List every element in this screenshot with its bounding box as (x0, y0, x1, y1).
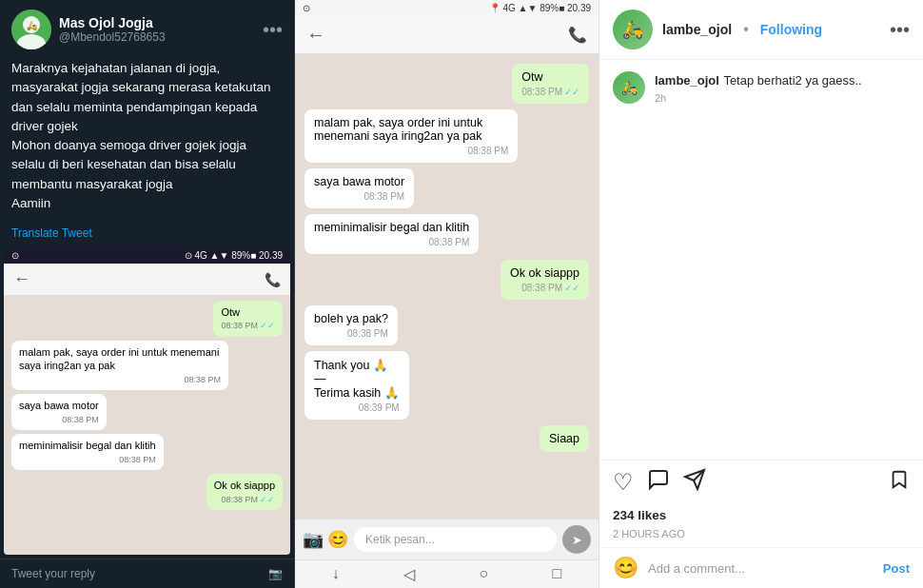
nav-recents-icon[interactable]: □ (553, 565, 562, 583)
message-text: Thank you 🙏—Terima kasih 🙏 (314, 359, 400, 400)
comment-text: Tetap berhati2 ya gaess.. (723, 73, 861, 88)
phone-call-icon[interactable]: 📞 (568, 26, 587, 44)
status-right: 📍 4G ▲▼ 89%■ 20.39 (489, 3, 591, 13)
message-bubble: Siaap (540, 425, 589, 452)
twitter-panel: 🛵 Mas Ojol Jogja @Mbendol52768653 ••• Ma… (0, 0, 295, 588)
message-time: 08:38 PM (314, 328, 388, 339)
message-text: Otw (521, 70, 542, 84)
camera-icon: 📷 (268, 567, 283, 580)
message-time: 08:38 PM (19, 375, 221, 386)
tweet-reply-area[interactable]: Tweet your reply 📷 (0, 559, 294, 588)
message-text: malam pak, saya order ini untuk menemani… (19, 346, 219, 371)
message-text: Ok ok siappp (214, 480, 275, 491)
status-carrier: ⊙ (303, 3, 310, 13)
tweet-user-info: Mas Ojol Jogja @Mbendol52768653 (59, 15, 255, 44)
chat-messages: Otw 08:38 PM ✓✓ malam pak, saya order in… (295, 54, 599, 519)
add-comment-bar[interactable]: 😊 Add a comment... Post (599, 547, 923, 588)
message-time: 08:38 PM (314, 146, 508, 156)
like-icon[interactable]: ♡ (613, 469, 634, 496)
phone-chat-body: Otw 08:38 PM ✓✓ malam pak, saya order in… (4, 295, 290, 555)
camera-icon[interactable]: 📷 (303, 529, 324, 550)
nav-down-icon[interactable]: ↓ (332, 565, 340, 583)
bottom-nav: ↓ ◁ ○ □ (295, 559, 599, 588)
reply-placeholder: Tweet your reply (11, 567, 95, 580)
message-input[interactable]: Ketik pesan... (354, 527, 557, 552)
message-bubble: saya bawa motor 08:38 PM (11, 394, 107, 430)
following-button[interactable]: Following (760, 22, 822, 37)
phone-screenshot: ⊙ ⊙ 4G ▲▼ 89%■ 20.39 ← 📞 Otw 08:38 PM ✓✓… (4, 247, 290, 555)
message-bubble: Ok ok siappp 08:38 PM ✓✓ (501, 260, 589, 300)
message-bubble: Otw 08:38 PM ✓✓ (512, 64, 589, 104)
translate-tweet-link[interactable]: Translate Tweet (0, 223, 294, 247)
commenter-username[interactable]: lambe_ojol (655, 73, 719, 88)
more-options-icon[interactable]: ••• (890, 19, 910, 41)
phone-status-bar: ⊙ ⊙ 4G ▲▼ 89%■ 20.39 (4, 247, 290, 264)
dot-separator: • (743, 21, 749, 38)
message-time: 08:38 PM (314, 191, 404, 202)
message-time: 08:38 PM (19, 455, 156, 466)
message-time: 08:38 PM ✓✓ (214, 495, 275, 506)
nav-home-icon[interactable]: ○ (480, 565, 489, 583)
message-time: 08:39 PM (314, 402, 400, 413)
tweet-handle: @Mbendol52768653 (59, 30, 255, 44)
commenter-avatar: 🛵 (613, 71, 645, 104)
message-text: meminimalisir begal dan klitih (314, 221, 469, 234)
tweet-text: Maraknya kejahatan jalanan di jogja, mas… (11, 61, 270, 210)
comment-icon[interactable] (647, 468, 670, 497)
message-bubble: malam pak, saya order ini untuk menemani… (11, 341, 228, 390)
avatar-image: 🛵 (613, 10, 653, 49)
comment-body: lambe_ojol Tetap berhati2 ya gaess.. 2h (655, 71, 910, 104)
message-text: Siaap (549, 432, 579, 445)
message-bubble: Otw 08:38 PM ✓✓ (213, 301, 283, 337)
chat-panel: ⊙ 📍 4G ▲▼ 89%■ 20.39 ← 📞 Otw 08:38 PM ✓✓… (295, 0, 599, 588)
emoji-icon[interactable]: 😊 (613, 556, 638, 580)
post-timestamp: 2 HOURS AGO (599, 526, 923, 547)
share-icon[interactable] (683, 468, 706, 497)
ig-action-bar: ♡ (599, 460, 923, 504)
back-arrow-icon[interactable]: ← (306, 24, 325, 46)
message-time: 08:38 PM ✓✓ (221, 321, 275, 332)
message-bubble: saya bawa motor 08:38 PM (304, 168, 414, 208)
tweet-username: Mas Ojol Jogja (59, 15, 255, 30)
message-text: malam pak, saya order ini untuk menemani… (314, 116, 482, 143)
message-bubble: boleh ya pak? 08:38 PM (304, 305, 398, 345)
chat-top-bar: ← 📞 (295, 16, 599, 54)
message-bubble: Thank you 🙏—Terima kasih 🙏 08:39 PM (304, 351, 409, 420)
chat-input-area: 📷 😊 Ketik pesan... ➤ (295, 519, 599, 559)
message-text: saya bawa motor (19, 400, 99, 411)
input-placeholder: Ketik pesan... (365, 533, 435, 546)
comment-timestamp: 2h (655, 92, 910, 104)
add-comment-input[interactable]: Add a comment... (648, 561, 874, 576)
likes-count: 234 likes (599, 504, 923, 526)
phone-chat-header: ← 📞 (4, 264, 290, 295)
spacer (599, 109, 923, 460)
tweet-header: 🛵 Mas Ojol Jogja @Mbendol52768653 ••• (0, 0, 294, 59)
more-icon[interactable]: ••• (263, 19, 283, 41)
ig-caption-section: 🛵 lambe_ojol Tetap berhati2 ya gaess.. 2… (599, 60, 923, 109)
message-text: saya bawa motor (314, 175, 404, 188)
emoji-attach-icon[interactable]: 😊 (327, 529, 348, 550)
ig-username[interactable]: lambe_ojol (662, 22, 732, 37)
message-text: Otw (221, 306, 240, 318)
back-arrow-icon[interactable]: ← (13, 269, 30, 289)
message-time: 08:38 PM ✓✓ (521, 87, 579, 97)
chat-input-icons: 📷 😊 (303, 529, 348, 550)
message-time: 08:38 PM ✓✓ (510, 283, 579, 293)
post-comment-button[interactable]: Post (883, 561, 910, 576)
message-time: 08:38 PM (314, 237, 469, 247)
message-bubble: meminimalisir begal dan klitih 08:38 PM (304, 214, 479, 254)
message-bubble: malam pak, saya order ini untuk menemani… (304, 109, 518, 163)
status-left: ⊙ (11, 250, 19, 261)
instagram-panel: 🛵 lambe_ojol • Following ••• 🛵 lambe_ojo… (599, 0, 923, 588)
message-text: Ok ok siappp (510, 266, 579, 280)
nav-back-icon[interactable]: ◁ (403, 565, 415, 583)
message-bubble: meminimalisir begal dan klitih 08:38 PM (11, 434, 164, 470)
status-icons: ⊙ 4G ▲▼ 89%■ 20.39 (185, 250, 283, 261)
ig-avatar: 🛵 (613, 10, 653, 49)
call-icon[interactable]: 📞 (265, 272, 281, 287)
send-button[interactable]: ➤ (562, 525, 591, 554)
message-text: boleh ya pak? (314, 312, 388, 325)
tweet-body: Maraknya kejahatan jalanan di jogja, mas… (0, 59, 294, 223)
chat-status-bar: ⊙ 📍 4G ▲▼ 89%■ 20.39 (295, 0, 599, 16)
bookmark-icon[interactable] (889, 469, 910, 496)
